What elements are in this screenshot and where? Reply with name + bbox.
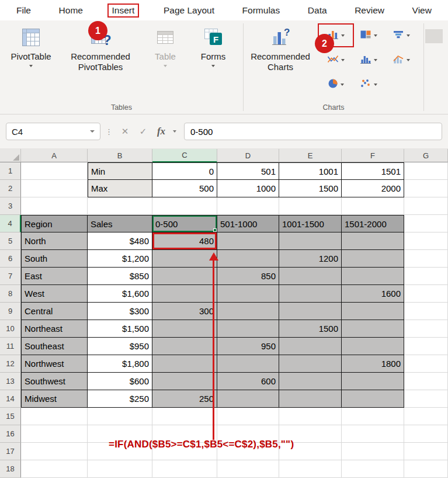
cell-G16[interactable] xyxy=(404,425,448,443)
cell-B12[interactable]: $1,800 xyxy=(88,355,152,373)
cell-B10[interactable]: $1,500 xyxy=(88,320,152,338)
cell-G3[interactable] xyxy=(404,197,448,215)
cell-A17[interactable] xyxy=(21,443,88,460)
row-header-11[interactable]: 11 xyxy=(0,338,21,355)
cell-G11[interactable] xyxy=(404,338,448,355)
column-header-B[interactable]: B xyxy=(88,149,152,162)
row-header-17[interactable]: 17 xyxy=(0,443,21,460)
column-header-D[interactable]: D xyxy=(217,149,279,162)
cell-E2[interactable]: 1500 xyxy=(279,180,342,197)
cell-B18[interactable] xyxy=(88,460,152,478)
cell-E10[interactable]: 1500 xyxy=(279,320,342,338)
cell-F3[interactable] xyxy=(342,197,404,215)
cell-A10[interactable]: Northeast xyxy=(21,320,88,338)
cell-E4[interactable]: 1001-1500 xyxy=(279,215,342,232)
cell-B11[interactable]: $950 xyxy=(88,338,152,355)
cell-F6[interactable] xyxy=(342,250,404,268)
insert-scatter-chart-button[interactable] xyxy=(352,74,385,95)
row-header-7[interactable]: 7 xyxy=(0,268,21,285)
column-header-G[interactable]: G xyxy=(404,149,448,162)
cell-F18[interactable] xyxy=(342,460,404,478)
row-header-1[interactable]: 1 xyxy=(0,162,21,180)
name-box[interactable]: C4 xyxy=(6,123,100,140)
cell-A14[interactable]: Midwest xyxy=(21,390,88,408)
cell-F11[interactable] xyxy=(342,338,404,355)
cell-E14[interactable] xyxy=(279,390,342,408)
cell-C4[interactable]: 0-500 xyxy=(152,215,217,232)
cell-D11[interactable]: 950 xyxy=(217,338,279,355)
cell-C2[interactable]: 500 xyxy=(152,180,217,197)
cell-G13[interactable] xyxy=(404,373,448,390)
cell-C15[interactable] xyxy=(152,408,217,425)
cell-C9[interactable]: 300 xyxy=(152,303,217,320)
enter-icon[interactable]: ✓ xyxy=(136,124,151,139)
cell-F14[interactable] xyxy=(342,390,404,408)
tab-page-layout[interactable]: Page Layout xyxy=(160,4,218,18)
cell-A12[interactable]: Northwest xyxy=(21,355,88,373)
cell-E5[interactable] xyxy=(279,232,342,250)
cell-D3[interactable] xyxy=(217,197,279,215)
cell-B7[interactable]: $850 xyxy=(88,268,152,285)
cell-E11[interactable] xyxy=(279,338,342,355)
cell-D12[interactable] xyxy=(217,355,279,373)
insert-function-dropdown-icon[interactable] xyxy=(173,130,176,133)
insert-pie-chart-button[interactable] xyxy=(319,74,352,95)
cell-F4[interactable]: 1501-2000 xyxy=(342,215,404,232)
pivottable-button[interactable]: PivotTable xyxy=(6,20,56,67)
tab-review[interactable]: Review xyxy=(351,4,388,18)
cell-C10[interactable] xyxy=(152,320,217,338)
cell-A11[interactable]: Southeast xyxy=(21,338,88,355)
cell-A7[interactable]: East xyxy=(21,268,88,285)
cell-G5[interactable] xyxy=(404,232,448,250)
cell-B2[interactable]: Max xyxy=(88,180,152,197)
row-header-15[interactable]: 15 xyxy=(0,408,21,425)
cell-F17[interactable] xyxy=(342,443,404,460)
cell-E12[interactable] xyxy=(279,355,342,373)
insert-function-icon[interactable]: fx xyxy=(154,124,169,139)
cell-E3[interactable] xyxy=(279,197,342,215)
table-button[interactable]: Table xyxy=(145,20,186,67)
row-header-3[interactable]: 3 xyxy=(0,197,21,215)
column-header-C[interactable]: C xyxy=(152,149,217,162)
tab-data[interactable]: Data xyxy=(304,4,331,18)
cell-F16[interactable] xyxy=(342,425,404,443)
cell-G18[interactable] xyxy=(404,460,448,478)
cell-B9[interactable]: $300 xyxy=(88,303,152,320)
cell-E7[interactable] xyxy=(279,268,342,285)
cell-F8[interactable]: 1600 xyxy=(342,285,404,303)
row-header-6[interactable]: 6 xyxy=(0,250,21,268)
formula-bar-splitter[interactable]: ⋮ xyxy=(105,127,113,136)
row-header-2[interactable]: 2 xyxy=(0,180,21,197)
cell-G4[interactable] xyxy=(404,215,448,232)
cell-C6[interactable] xyxy=(152,250,217,268)
cell-B15[interactable] xyxy=(88,408,152,425)
cell-D7[interactable]: 850 xyxy=(217,268,279,285)
cell-F1[interactable]: 1501 xyxy=(342,162,404,180)
cell-G9[interactable] xyxy=(404,303,448,320)
cell-A4[interactable]: Region xyxy=(21,215,88,232)
cell-F10[interactable] xyxy=(342,320,404,338)
cell-F13[interactable] xyxy=(342,373,404,390)
tab-view[interactable]: View xyxy=(409,4,435,18)
cell-B1[interactable]: Min xyxy=(88,162,152,180)
cell-C1[interactable]: 0 xyxy=(152,162,217,180)
cell-D18[interactable] xyxy=(217,460,279,478)
cell-E1[interactable]: 1001 xyxy=(279,162,342,180)
forms-button[interactable]: F Forms xyxy=(193,20,234,67)
column-header-F[interactable]: F xyxy=(342,149,404,162)
cell-A18[interactable] xyxy=(21,460,88,478)
cell-D5[interactable] xyxy=(217,232,279,250)
cell-G17[interactable] xyxy=(404,443,448,460)
cell-C3[interactable] xyxy=(152,197,217,215)
tab-home[interactable]: Home xyxy=(55,4,86,18)
cell-C11[interactable] xyxy=(152,338,217,355)
cell-G15[interactable] xyxy=(404,408,448,425)
insert-waterfall-chart-button[interactable] xyxy=(385,25,418,46)
tab-file[interactable]: File xyxy=(13,4,34,18)
row-header-4[interactable]: 4 xyxy=(0,215,21,232)
row-header-16[interactable]: 16 xyxy=(0,425,21,443)
cell-E6[interactable]: 1200 xyxy=(279,250,342,268)
cell-C18[interactable] xyxy=(152,460,217,478)
tab-formulas[interactable]: Formulas xyxy=(239,4,284,18)
cell-F5[interactable] xyxy=(342,232,404,250)
